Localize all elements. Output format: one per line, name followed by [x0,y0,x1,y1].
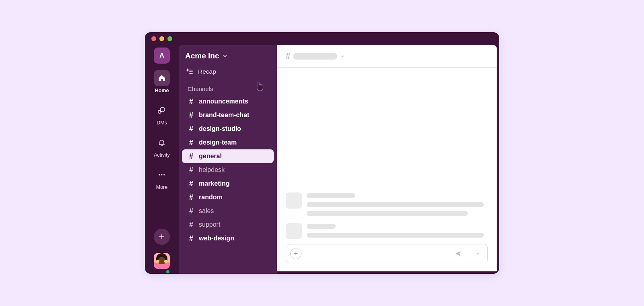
chevron-down-icon [340,54,345,59]
text-placeholder [307,202,484,207]
sparkle-list-icon [186,68,194,76]
hash-icon: # [286,52,290,61]
rail-item-dms[interactable]: DMs [145,100,179,128]
plus-icon [158,233,165,240]
window-minimize-button[interactable] [159,36,164,41]
hash-icon: # [188,151,195,161]
sidebar-label-recap: Recap [198,68,216,75]
presence-indicator [165,269,171,274]
channel-item-web-design[interactable]: #web-design [182,232,274,245]
channel-name: brand-team-chat [199,110,249,120]
bell-icon [158,139,166,147]
rail-item-activity[interactable]: Activity [145,132,179,160]
message-skeleton [286,223,488,239]
channel-item-sales[interactable]: #sales [182,204,274,218]
channel-sidebar: Acme Inc Recap Channels #announcements#b… [179,45,277,274]
rail-label-activity: Activity [154,152,170,158]
hash-icon: # [188,178,195,189]
rail-label-home: Home [155,88,169,93]
message-skeleton [286,192,488,216]
channel-name-placeholder [293,53,337,60]
hash-icon: # [188,96,195,107]
window-close-button[interactable] [151,36,156,41]
window-zoom-button[interactable] [167,36,172,41]
chevron-down-icon [222,53,228,59]
hash-icon: # [188,233,195,244]
window-titlebar [145,32,499,45]
conversation-pane: # [277,45,497,271]
channel-name: announcements [199,96,248,107]
chevron-down-icon [475,251,480,256]
svg-point-2 [161,174,162,175]
hash-icon: # [188,192,195,203]
channel-name: support [199,219,220,230]
hash-icon: # [188,165,195,175]
channel-name: sales [199,206,214,216]
hash-icon: # [188,124,195,134]
app-window: A Home DMs Activity [145,32,499,274]
send-options-button[interactable] [471,247,484,260]
message-composer[interactable]: + [286,244,488,263]
channel-item-design-team[interactable]: #design-team [182,136,274,149]
svg-point-3 [163,174,165,175]
sidebar-item-recap[interactable]: Recap [182,65,274,78]
channel-item-random[interactable]: #random [182,190,274,204]
channel-item-support[interactable]: #support [182,218,274,232]
send-button[interactable] [452,247,464,260]
channel-item-marketing[interactable]: #marketing [182,177,274,190]
channel-item-design-studio[interactable]: #design-studio [182,122,274,136]
channel-item-general[interactable]: #general [182,149,274,163]
channel-item-helpdesk[interactable]: #helpdesk [182,163,274,177]
hash-icon: # [188,206,195,216]
text-placeholder [307,224,336,229]
dms-icon [157,106,166,115]
channels-section-label: Channels [188,85,213,92]
channel-item-announcements[interactable]: #announcements [182,95,274,108]
channel-header[interactable]: # [277,45,497,68]
channel-name: helpdesk [199,165,225,175]
pointer-cursor-icon [254,81,265,93]
divider [468,249,468,258]
channel-name: general [199,151,222,161]
hash-icon: # [188,219,195,230]
channel-name: design-team [199,137,237,148]
compose-button[interactable] [154,229,170,245]
attach-button[interactable]: + [290,248,301,259]
hash-icon: # [188,110,195,120]
channel-name: design-studio [199,124,241,134]
workspace-name: Acme Inc [185,52,219,60]
svg-point-1 [159,174,160,175]
workspace-badge[interactable]: A [154,48,170,64]
avatar-placeholder [286,223,302,239]
text-placeholder [307,211,468,216]
rail-label-more: More [156,184,167,190]
plus-icon: + [294,250,298,257]
message-list [277,68,497,244]
channel-name: marketing [199,178,229,189]
user-avatar[interactable] [154,253,170,269]
text-placeholder [307,233,484,238]
nav-rail: A Home DMs Activity [145,45,179,274]
rail-label-dms: DMs [157,120,167,126]
channel-name: web-design [199,233,234,244]
hash-icon: # [188,137,195,148]
home-icon [158,74,166,82]
rail-item-home[interactable]: Home [145,68,179,96]
channels-section-header[interactable]: Channels [182,78,274,95]
workspace-switcher[interactable]: Acme Inc [182,49,274,65]
text-placeholder [307,193,355,198]
more-icon [158,171,166,179]
rail-item-more[interactable]: More [145,164,179,192]
send-icon [454,250,462,257]
channel-item-brand-team-chat[interactable]: #brand-team-chat [182,108,274,122]
avatar-placeholder [286,192,302,209]
channel-list: #announcements#brand-team-chat#design-st… [182,95,274,245]
channel-name: random [199,192,223,203]
